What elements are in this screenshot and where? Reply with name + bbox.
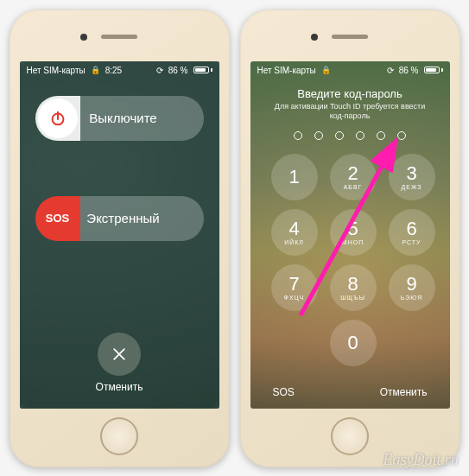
- close-icon: [111, 346, 128, 363]
- keypad: 12АБВГ3ДЕЖЗ4ИЙКЛ5МНОП6РСТУ7ФХЦЧ8ШЩЪЫ9ЬЭЮ…: [250, 145, 450, 366]
- key-letters: ДЕЖЗ: [401, 184, 421, 190]
- watermark: EasyDoit.ru: [383, 451, 459, 469]
- passcode-title: Введите код-пароль: [268, 87, 433, 100]
- key-letters: МНОП: [342, 239, 364, 245]
- lock-icon: 🔒: [321, 66, 331, 74]
- sos-link[interactable]: SOS: [273, 386, 295, 398]
- home-button[interactable]: [100, 417, 138, 455]
- key-number: 8: [347, 275, 358, 294]
- key-letters: АБВГ: [344, 184, 363, 190]
- key-number: 3: [406, 164, 416, 183]
- cancel-label: Отменить: [96, 381, 143, 393]
- battery-pct: 86 %: [168, 66, 188, 75]
- power-off-knob[interactable]: [38, 98, 78, 138]
- key-1[interactable]: 1: [271, 154, 318, 200]
- passcode-subtitle: Для активации Touch ID требуется ввести …: [268, 102, 433, 122]
- key-0[interactable]: 0: [330, 320, 377, 366]
- screen-passcode: Нет SIM-карты 🔒 ⟳ 86 % Введите код-парол…: [250, 61, 450, 409]
- passcode-dots: [268, 131, 433, 140]
- key-number: 7: [288, 275, 299, 294]
- sos-slider[interactable]: SOS Экстренный: [35, 196, 204, 241]
- home-button[interactable]: [331, 417, 369, 455]
- speaker-grill: [101, 35, 137, 39]
- status-bar: Нет SIM-карты 🔒 ⟳ 86 %: [250, 61, 450, 77]
- power-off-label: Выключите: [78, 111, 204, 125]
- key-2[interactable]: 2АБВГ: [330, 154, 377, 200]
- cancel-link[interactable]: Отменить: [380, 386, 428, 398]
- key-number: 4: [288, 219, 299, 238]
- sos-knob[interactable]: SOS: [38, 199, 78, 238]
- front-camera: [311, 34, 318, 41]
- carrier-label: Нет SIM-карты: [27, 66, 86, 75]
- key-3[interactable]: 3ДЕЖЗ: [389, 154, 435, 200]
- battery-pct: 86 %: [399, 66, 419, 75]
- key-4[interactable]: 4ИЙКЛ: [271, 209, 318, 256]
- power-off-slider[interactable]: Выключите: [35, 96, 204, 141]
- passcode-dot: [294, 131, 302, 140]
- status-bar: Нет SIM-карты 🔒 8:25 ⟳ 86 %: [20, 61, 219, 77]
- battery-icon: [193, 67, 212, 73]
- key-number: 1: [288, 168, 299, 187]
- key-letters: ЬЭЮЯ: [401, 295, 423, 301]
- passcode-dot: [397, 131, 406, 140]
- lock-icon: 🔒: [91, 66, 100, 74]
- key-number: 6: [406, 219, 416, 238]
- phone-frame-right: Нет SIM-карты 🔒 ⟳ 86 % Введите код-парол…: [240, 10, 460, 467]
- sos-knob-text: SOS: [46, 212, 69, 225]
- key-number: 0: [347, 333, 358, 352]
- passcode-dot: [356, 131, 364, 140]
- sos-label: Экстренный: [78, 211, 204, 225]
- key-letters: РСТУ: [402, 239, 421, 245]
- clock: 8:25: [105, 66, 122, 75]
- speaker-grill: [332, 35, 368, 39]
- passcode-dot: [377, 131, 385, 140]
- key-letters: ШЩЪЫ: [340, 295, 365, 301]
- front-camera: [80, 34, 87, 41]
- passcode-dot: [314, 131, 323, 140]
- carrier-label: Нет SIM-карты: [257, 66, 316, 75]
- key-7[interactable]: 7ФХЦЧ: [271, 264, 318, 311]
- orientation-lock-icon: ⟳: [156, 66, 163, 75]
- screen-power-off: Нет SIM-карты 🔒 8:25 ⟳ 86 %: [20, 61, 219, 409]
- key-5[interactable]: 5МНОП: [330, 209, 377, 256]
- orientation-lock-icon: ⟳: [387, 66, 394, 75]
- key-letters: ИЙКЛ: [284, 239, 304, 245]
- key-number: 5: [347, 219, 358, 238]
- battery-icon: [424, 67, 443, 73]
- phone-frame-left: Нет SIM-карты 🔒 8:25 ⟳ 86 %: [10, 10, 230, 467]
- cancel-button[interactable]: [98, 333, 141, 376]
- key-6[interactable]: 6РСТУ: [389, 209, 435, 256]
- key-9[interactable]: 9ЬЭЮЯ: [389, 264, 435, 311]
- key-number: 2: [347, 164, 358, 183]
- key-letters: ФХЦЧ: [284, 295, 305, 301]
- passcode-dot: [335, 131, 344, 140]
- key-number: 9: [406, 275, 416, 294]
- key-8[interactable]: 8ШЩЪЫ: [330, 264, 377, 311]
- power-icon: [48, 109, 67, 128]
